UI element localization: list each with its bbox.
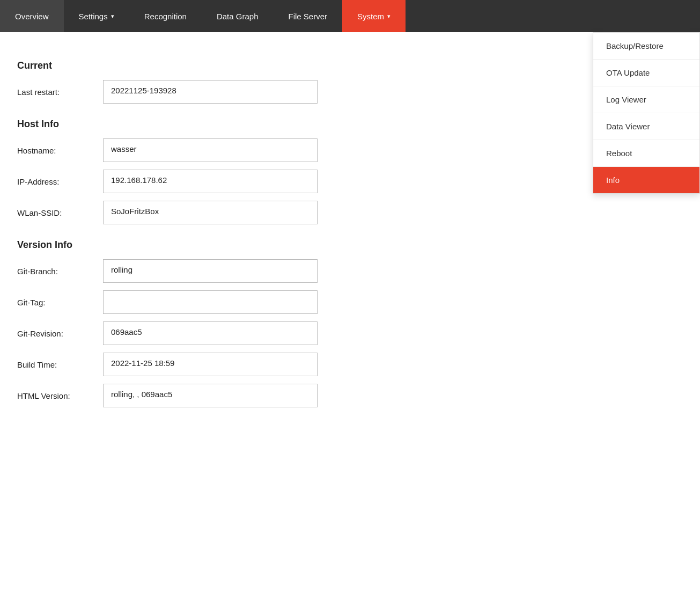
value-git-tag [103, 290, 318, 314]
dropdown-item-log-viewer[interactable]: Log Viewer [593, 86, 699, 113]
field-row-last-restart: Last restart: 20221125-193928 [17, 80, 455, 104]
field-row-build-time: Build Time: 2022-11-25 18:59 [17, 353, 455, 376]
nav-label-data-graph: Data Graph [217, 12, 259, 21]
nav-item-data-graph[interactable]: Data Graph [202, 0, 274, 32]
label-git-revision: Git-Revision: [17, 329, 103, 338]
field-row-wlan-ssid: WLan-SSID: SoJoFritzBox [17, 201, 455, 224]
dropdown-item-info[interactable]: Info [593, 167, 699, 193]
label-last-restart: Last restart: [17, 87, 103, 97]
nav-item-overview[interactable]: Overview [0, 0, 64, 32]
section-title-current: Current [17, 60, 455, 71]
label-html-version: HTML Version: [17, 391, 103, 400]
label-hostname: Hostname: [17, 146, 103, 155]
value-git-revision: 069aac5 [103, 321, 318, 345]
label-git-branch: Git-Branch: [17, 267, 103, 276]
dropdown-item-data-viewer[interactable]: Data Viewer [593, 113, 699, 140]
field-row-git-tag: Git-Tag: [17, 290, 455, 314]
nav-item-settings[interactable]: Settings ▾ [64, 0, 129, 32]
chevron-down-icon-system: ▾ [387, 13, 390, 20]
value-html-version: rolling, , 069aac5 [103, 384, 318, 407]
dropdown-item-reboot[interactable]: Reboot [593, 140, 699, 167]
value-git-branch: rolling [103, 259, 318, 283]
field-row-html-version: HTML Version: rolling, , 069aac5 [17, 384, 455, 407]
value-last-restart: 20221125-193928 [103, 80, 318, 104]
navbar: Overview Settings ▾ Recognition Data Gra… [0, 0, 700, 32]
nav-label-settings: Settings [79, 12, 108, 21]
section-title-version-info: Version Info [17, 239, 455, 251]
dropdown-item-backup-restore[interactable]: Backup/Restore [593, 33, 699, 60]
nav-item-recognition[interactable]: Recognition [129, 0, 202, 32]
section-host-info: Host Info Hostname: wasser IP-Address: 1… [17, 119, 455, 224]
value-wlan-ssid: SoJoFritzBox [103, 201, 318, 224]
value-build-time: 2022-11-25 18:59 [103, 353, 318, 376]
system-dropdown: Backup/Restore OTA Update Log Viewer Dat… [593, 32, 700, 194]
nav-label-recognition: Recognition [144, 12, 187, 21]
field-row-git-branch: Git-Branch: rolling [17, 259, 455, 283]
label-build-time: Build Time: [17, 360, 103, 369]
field-row-ip-address: IP-Address: 192.168.178.62 [17, 170, 455, 193]
chevron-down-icon: ▾ [111, 13, 114, 20]
field-row-git-revision: Git-Revision: 069aac5 [17, 321, 455, 345]
nav-item-file-server[interactable]: File Server [273, 0, 342, 32]
section-title-host-info: Host Info [17, 119, 455, 130]
field-row-hostname: Hostname: wasser [17, 138, 455, 162]
nav-item-system[interactable]: System ▾ [342, 0, 406, 32]
nav-label-overview: Overview [15, 12, 49, 21]
nav-label-system: System [357, 12, 384, 21]
value-hostname: wasser [103, 138, 318, 162]
main-content: Current Last restart: 20221125-193928 Ho… [0, 32, 472, 428]
section-version-info: Version Info Git-Branch: rolling Git-Tag… [17, 239, 455, 407]
value-ip-address: 192.168.178.62 [103, 170, 318, 193]
label-git-tag: Git-Tag: [17, 298, 103, 307]
section-current: Current Last restart: 20221125-193928 [17, 60, 455, 104]
label-wlan-ssid: WLan-SSID: [17, 208, 103, 217]
nav-label-file-server: File Server [288, 12, 327, 21]
dropdown-item-ota-update[interactable]: OTA Update [593, 60, 699, 86]
label-ip-address: IP-Address: [17, 177, 103, 186]
